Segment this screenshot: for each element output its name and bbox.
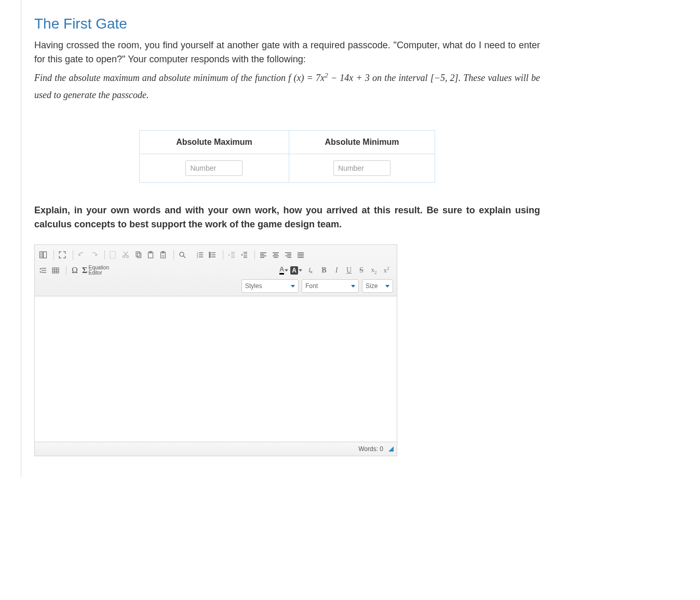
special-char-icon[interactable]: Ω	[69, 264, 81, 277]
svg-point-29	[209, 254, 210, 255]
svg-rect-10	[136, 252, 140, 256]
chevron-down-icon	[291, 284, 295, 288]
resize-handle-icon[interactable]	[388, 446, 394, 452]
align-right-icon[interactable]	[282, 249, 294, 261]
explain-prompt: Explain, in your own words and with your…	[34, 203, 540, 231]
svg-rect-58	[52, 268, 59, 273]
equation-editor-button[interactable]: Σ EquationEditor	[81, 264, 110, 277]
editor-status-bar: Words: 0	[35, 442, 397, 456]
text-color-button[interactable]: A	[278, 264, 289, 277]
intro-text: Having crossed the room, you find yourse…	[34, 38, 540, 66]
svg-marker-66	[351, 285, 355, 288]
svg-point-30	[209, 256, 210, 257]
size-select[interactable]: Size	[362, 279, 393, 293]
styles-select[interactable]: Styles	[241, 279, 299, 293]
svg-text:W: W	[161, 254, 165, 257]
editor-canvas[interactable]	[35, 296, 397, 442]
paste-icon[interactable]	[144, 249, 157, 261]
cut-icon[interactable]	[119, 249, 132, 261]
prompt-function: f (x) = 7x2 − 14x + 3	[288, 73, 370, 83]
underline-button[interactable]: U	[343, 264, 355, 277]
prompt-pre: Find the absolute maximum and absolute m…	[34, 73, 288, 83]
italic-button[interactable]: I	[330, 264, 343, 277]
svg-marker-65	[291, 285, 295, 288]
section-title: The First Gate	[34, 16, 540, 32]
numbered-list-icon[interactable]: 123	[194, 249, 206, 261]
svg-marker-64	[299, 269, 302, 271]
svg-marker-63	[285, 269, 288, 271]
bold-button[interactable]: B	[318, 264, 330, 277]
word-count: Words: 0	[358, 445, 383, 453]
copy-icon[interactable]	[132, 249, 144, 261]
problem-prompt: Find the absolute maximum and absolute m…	[34, 70, 540, 104]
rich-text-editor: W 123	[34, 244, 397, 456]
svg-rect-11	[138, 253, 141, 257]
superscript-button[interactable]: x2	[380, 264, 393, 277]
align-justify-icon[interactable]	[294, 249, 307, 261]
font-select[interactable]: Font	[302, 279, 359, 293]
prompt-interval: [−5, 2]	[430, 73, 459, 83]
table-icon[interactable]	[49, 264, 62, 277]
abs-max-header: Absolute Maximum	[140, 130, 289, 154]
undo-icon[interactable]	[75, 249, 88, 261]
line-height-icon[interactable]	[37, 264, 49, 277]
bullet-list-icon[interactable]	[206, 249, 219, 261]
maximize-icon[interactable]	[56, 249, 69, 261]
abs-max-input[interactable]	[185, 160, 243, 176]
align-center-icon[interactable]	[270, 249, 282, 261]
prompt-mid: on the interval	[372, 73, 430, 83]
abs-min-input[interactable]	[333, 160, 391, 176]
align-left-icon[interactable]	[257, 249, 270, 261]
svg-marker-67	[385, 285, 389, 288]
subscript-button[interactable]: x2	[368, 264, 380, 277]
strike-button[interactable]: S	[355, 264, 368, 277]
paste-word-icon[interactable]: W	[157, 249, 169, 261]
svg-point-17	[180, 252, 184, 256]
chevron-down-icon	[351, 284, 355, 288]
svg-line-18	[183, 256, 185, 258]
editor-toolbar: W 123	[35, 245, 397, 296]
outdent-icon[interactable]	[225, 249, 238, 261]
indent-icon[interactable]	[238, 249, 250, 261]
bg-color-button[interactable]: A	[289, 264, 303, 277]
answer-table: Absolute Maximum Absolute Minimum	[139, 130, 435, 183]
find-icon[interactable]	[176, 249, 189, 261]
remove-format-button[interactable]: I✕	[303, 264, 316, 277]
svg-text:3: 3	[197, 255, 198, 258]
source-icon[interactable]	[37, 249, 49, 261]
chevron-down-icon	[385, 284, 389, 288]
redo-icon[interactable]	[88, 249, 100, 261]
abs-min-header: Absolute Minimum	[289, 130, 435, 154]
svg-point-28	[209, 252, 210, 253]
svg-rect-1	[44, 252, 47, 258]
svg-rect-5	[110, 251, 115, 258]
select-all-icon[interactable]	[107, 249, 119, 261]
